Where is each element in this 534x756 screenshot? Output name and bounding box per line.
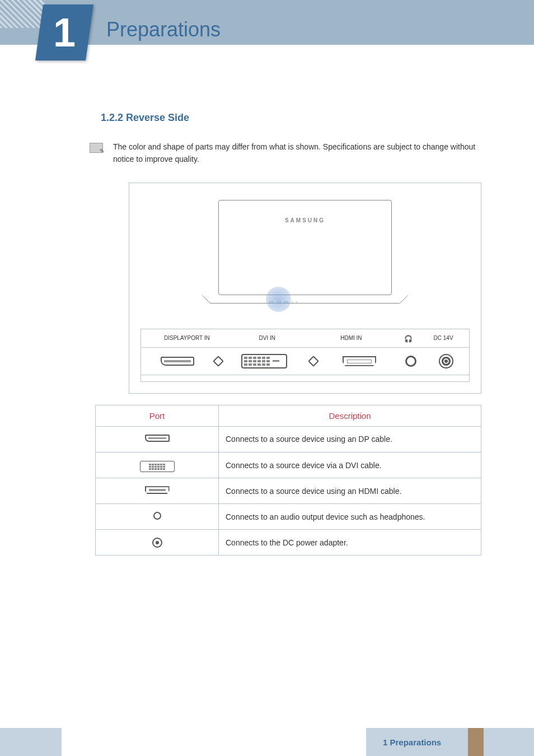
table-row: Connects to a source device via a DVI ca… [96, 452, 481, 478]
displayport-icon [161, 357, 194, 366]
screw-icon [213, 356, 224, 367]
footer-accent [468, 728, 484, 756]
reverse-side-diagram: SAMSUNG ▭ ▭ ▭ ◦ ◦ DISPLAYPORT IN DVI IN … [129, 183, 481, 394]
page-footer: 1 Preparations [0, 728, 534, 756]
table-header-port: Port [96, 405, 219, 426]
label-dc: DC 14V [424, 335, 462, 341]
monitor-illustration: SAMSUNG ▭ ▭ ▭ ◦ ◦ [140, 194, 470, 329]
dc-power-icon [439, 354, 453, 368]
dvi-icon [241, 354, 287, 368]
label-dvi: DVI IN [224, 335, 311, 341]
headphone-icon [392, 334, 424, 343]
chapter-title: Preparations [106, 18, 221, 41]
decorative-hatch [0, 0, 45, 28]
hdmi-icon [343, 356, 376, 366]
label-hdmi: HDMI IN [311, 335, 392, 341]
table-desc: Connects to the DC power adapter. [219, 530, 481, 556]
label-displayport: DISPLAYPORT IN [148, 335, 224, 341]
callout-highlight [266, 287, 291, 312]
monitor-back: SAMSUNG [218, 200, 392, 295]
port-strip: DISPLAYPORT IN DVI IN HDMI IN DC 14V [140, 329, 470, 382]
table-row: Connects to a source device using an HDM… [96, 478, 481, 504]
dc-power-icon [152, 538, 162, 548]
monitor-stand: ▭ ▭ ▭ ◦ ◦ [218, 295, 392, 312]
brand-logo: SAMSUNG [285, 217, 325, 223]
footer-left-decoration [0, 728, 62, 756]
chapter-number: 1 [53, 10, 76, 55]
screw-icon [308, 356, 319, 367]
section-heading: 1.2.2 Reverse Side [101, 112, 478, 124]
port-icons-row [141, 348, 469, 375]
table-desc: Connects to a source device using an HDM… [219, 478, 481, 504]
chapter-badge: 1 [35, 4, 93, 60]
note-text: The color and shape of parts may differ … [113, 141, 478, 166]
note-block: The color and shape of parts may differ … [90, 141, 478, 166]
table-desc: Connects to a source device using an DP … [219, 426, 481, 452]
note-icon [90, 143, 103, 153]
footer-text: 1 Preparations [383, 738, 441, 747]
table-header-desc: Description [219, 405, 481, 426]
displayport-icon [145, 435, 170, 442]
audio-jack-icon [405, 356, 416, 367]
port-description-table: Port Description Connects to a source de… [95, 405, 481, 556]
table-desc: Connects to an audio output device such … [219, 504, 481, 530]
footer-right-band: 1 Preparations [366, 728, 534, 756]
table-row: Connects to a source device using an DP … [96, 426, 481, 452]
hdmi-icon [145, 486, 170, 494]
audio-jack-icon [153, 512, 161, 520]
page-content: 1.2.2 Reverse Side The color and shape o… [0, 45, 534, 556]
table-row: Connects to the DC power adapter. [96, 530, 481, 556]
dvi-icon [140, 461, 175, 472]
table-row: Connects to an audio output device such … [96, 504, 481, 530]
table-desc: Connects to a source device via a DVI ca… [219, 452, 481, 478]
port-labels-row: DISPLAYPORT IN DVI IN HDMI IN DC 14V [141, 329, 469, 348]
